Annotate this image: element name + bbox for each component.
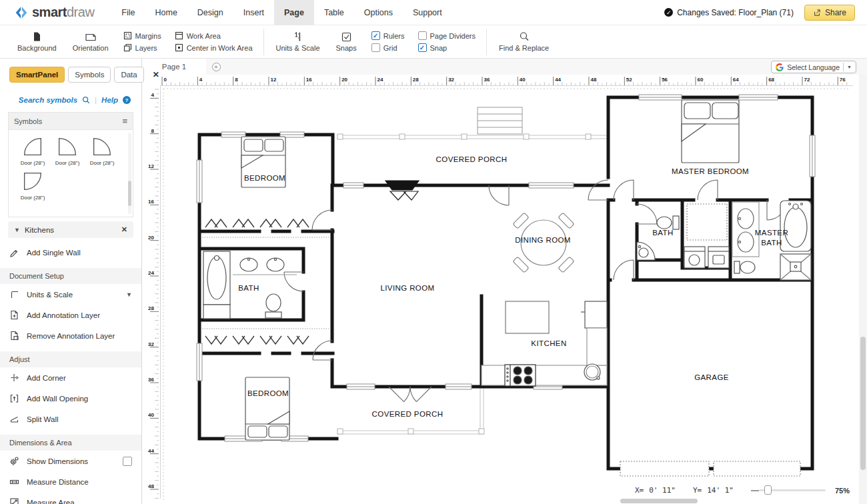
units-scale-label: Units & Scale [276,44,320,52]
room-label: DINING ROOM [515,236,571,244]
symbols-menu-icon[interactable]: ≡ [122,116,127,126]
svg-text:36: 36 [484,77,490,83]
snaps-button[interactable]: Snaps [328,32,365,52]
stairs [478,107,522,134]
menu-options[interactable]: Options [354,0,403,25]
section-header-adjust: Adjust [0,351,141,367]
layers-button[interactable]: Layers [123,43,161,52]
search-symbols-link[interactable]: Search symbols [19,96,77,104]
symbols-header[interactable]: Symbols ≡ [8,112,133,129]
sidebar-item-add-wall-opening[interactable]: Add Wall Opening [0,388,141,409]
menu-design[interactable]: Design [187,0,233,25]
kitchens-close-icon[interactable]: ✕ [121,225,127,234]
checkbox-page-dividers[interactable]: Page Dividers [418,31,476,40]
checkbox-rulers[interactable]: ✓Rulers [371,31,405,40]
toolbar-checkbox-group-2: Page Dividers✓Snap [411,31,482,52]
sidebar-tab-symbols[interactable]: Symbols [68,67,111,83]
sidebar-item-add-annotation-layer[interactable]: Add Annotation Layer [0,305,141,325]
zoom-out-icon[interactable] [751,490,759,491]
share-icon [813,9,821,17]
logo-text-bold: smart [32,5,67,19]
menu-home[interactable]: Home [145,0,187,25]
sidebar-tab-smartpanel[interactable]: SmartPanel [9,67,65,83]
sidebar-item-remove-annotation-layer[interactable]: Remove Annotation Layer [0,325,141,346]
work-area-button[interactable]: Work Area [175,31,253,40]
svg-text:60: 60 [697,77,703,83]
canvas-vertical-scrollbar[interactable] [859,59,867,504]
menu-table[interactable]: Table [314,0,354,25]
sidebar-close-icon[interactable]: ✕ [153,70,159,79]
share-button[interactable]: Share [804,5,855,21]
help-link[interactable]: Help [101,96,118,104]
symbol-door[interactable]: Door (28") [15,169,50,201]
door-symbol-icon [20,169,45,194]
zoom-slider-handle[interactable] [764,485,772,495]
svg-text:8: 8 [151,128,155,134]
page-tab[interactable]: Page 1 [142,59,206,75]
units-scale-icon [293,31,303,42]
sidebar-tab-data[interactable]: Data [114,67,143,83]
svg-text:56: 56 [662,77,668,83]
show-dimensions-checkbox[interactable] [123,457,132,466]
door-symbol-label: Door (28") [21,195,45,201]
sidebar-item-label: Remove Annotation Layer [27,332,115,340]
checkbox-snap[interactable]: ✓Snap [418,43,476,52]
floor-plan-canvas[interactable]: 0481216202428323640444852566064687276 48… [142,59,859,504]
sidebar-item-show-dimensions[interactable]: Show Dimensions [0,451,141,471]
sidebar-item-units-scale[interactable]: Units & Scale▼ [0,284,141,305]
checkbox-grid[interactable]: Grid [371,43,405,52]
units-scale-button[interactable]: Units & Scale [268,31,328,52]
symbols-scrollbar[interactable] [128,133,131,214]
sidebar-item-measure-area[interactable]: Measure Area [0,492,141,504]
add-single-wall-button[interactable]: Add Single Wall [0,242,141,263]
symbol-door[interactable]: Door (28") [15,134,50,166]
snaps-icon [341,32,351,42]
sidebar-tabs: SmartPanelSymbolsData✕ [0,59,141,88]
room-label: BEDROOM [247,389,289,397]
page-tab-row: Page 1 + Select Language ▼ [142,59,867,75]
shower [780,254,811,280]
smartpanel-sidebar: SmartPanelSymbolsData✕ Search symbols | … [0,59,142,504]
washer-dryer [684,247,729,268]
margins-button[interactable]: Margins [123,31,161,40]
background-button[interactable]: Background [9,31,65,52]
menu-page[interactable]: Page [274,0,314,25]
area-icon [9,497,19,504]
symbol-door[interactable]: Door (28") [50,134,85,166]
menu-insert[interactable]: Insert [233,0,274,25]
sidebar-item-split-wall[interactable]: Split Wall [0,409,141,429]
menu-file[interactable]: File [111,0,145,25]
orientation-button[interactable]: Orientation [65,31,117,52]
add-page-button[interactable]: + [206,59,226,75]
bathtub [203,251,230,319]
svg-text:68: 68 [768,77,774,83]
sidebar-item-label: Measure Distance [27,478,89,486]
caret-down-icon[interactable]: ▼ [126,291,132,298]
sidebar-item-label: Split Wall [27,415,59,423]
section-header-dimensions-area: Dimensions & Area [0,435,141,451]
find-replace-icon [519,31,530,42]
zoom-slider[interactable] [759,489,826,491]
toilet [265,294,281,318]
sidebar-item-measure-distance[interactable]: Measure Distance [0,471,141,492]
canvas-horizontal-scrollbar[interactable] [620,499,698,503]
sidebar-item-label: Measure Area [27,499,75,504]
toolbar: Background Orientation Margins Layers Wo… [0,25,867,59]
svg-text:20: 20 [148,235,154,241]
sidebar-item-add-corner[interactable]: Add Corner [0,367,141,388]
find-replace-button[interactable]: Find & Replace [491,31,557,52]
logo-text-light: draw [67,5,94,19]
symbol-door[interactable]: Door (28") [85,134,119,166]
svg-text:76: 76 [840,77,846,83]
kitchens-section-toggle[interactable]: ▼ Kitchens ✕ [8,221,133,238]
room-label: LIVING ROOM [380,284,434,292]
smartdraw-logo[interactable]: smartdraw [0,5,111,20]
center-in-work-area-button[interactable]: Center in Work Area [175,43,253,52]
sidebar-sections: Document SetupUnits & Scale▼Add Annotati… [0,268,141,504]
menu-support[interactable]: Support [403,0,452,25]
cursor-coordinates: X=0' 11" Y=14' 1" [635,486,734,495]
center-in-work-area-label: Center in Work Area [187,44,253,52]
svg-text:32: 32 [448,77,454,83]
svg-text:52: 52 [626,77,632,83]
select-language-button[interactable]: Select Language ▼ [771,61,856,73]
